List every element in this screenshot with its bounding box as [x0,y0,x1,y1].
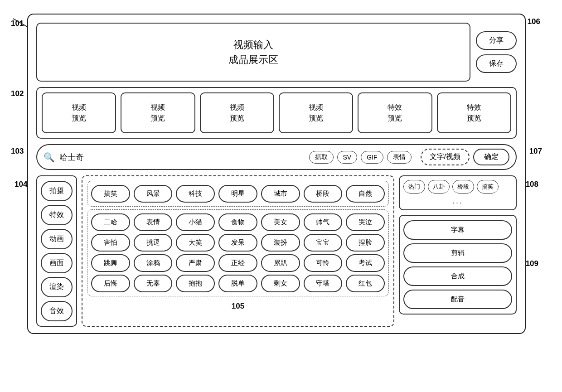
rtag-gossip[interactable]: 八卦 [428,180,450,194]
grid-row-3: 跳舞 涂鸦 严肃 正经 累趴 可怜 考试 [91,254,385,272]
tag-beauty[interactable]: 美女 [261,213,300,231]
sidebar-capture[interactable]: 拍摄 [41,181,73,201]
tag-scenery[interactable]: 风景 [134,185,173,203]
tag-graffiti[interactable]: 涂鸦 [134,254,173,272]
left-sidebar: 拍摄 特效 动画 画面 渲染 音效 [36,175,77,327]
tag-erha[interactable]: 二哈 [91,213,130,231]
tag-laugh[interactable]: 大笑 [176,234,215,252]
preview-item-4: 视频 预览 [279,92,353,133]
tag-kitten[interactable]: 小猫 [176,213,215,231]
tool-subtitle[interactable]: 字幕 [403,220,512,240]
rtag-segment[interactable]: 桥段 [452,180,474,194]
tag-guard[interactable]: 守塔 [304,275,343,292]
tag-serious[interactable]: 严肃 [176,254,215,272]
tool-dubbing[interactable]: 配音 [403,290,512,309]
preview-item-3: 视频 预览 [200,92,274,133]
tag-handsome[interactable]: 帅气 [304,213,343,231]
preview-item-6: 特效 预览 [437,92,511,133]
tag-baby[interactable]: 宝宝 [304,234,343,252]
tag-redpacket[interactable]: 红包 [346,275,385,292]
tag-segment[interactable]: 桥段 [304,185,343,203]
sidebar-sound[interactable]: 音效 [41,301,73,321]
tag-dating[interactable]: 脱单 [218,275,257,292]
bottom-section: 104 拍摄 特效 动画 画面 渲染 音效 搞笑 风景 科技 明星 城市 [36,175,517,327]
tag-sv[interactable]: SV [337,151,358,164]
tag-capture[interactable]: 抓取 [309,151,334,164]
label-102: 102 [11,89,24,98]
right-bottom-tools: 字幕 剪辑 合成 配音 [399,215,517,315]
search-query: 哈士奇 [59,152,305,163]
label-107: 107 [529,147,542,156]
grid-inner-block: 二哈 表情 小猫 食物 美女 帅气 哭泣 害怕 挑逗 大笑 发呆 装扮 [87,209,389,296]
grid-row-2: 害怕 挑逗 大笑 发呆 装扮 宝宝 捏脸 [91,234,385,252]
sidebar-scene[interactable]: 画面 [41,253,73,273]
sidebar-render[interactable]: 渲染 [41,277,73,297]
label-103: 103 [11,147,24,156]
tag-regret[interactable]: 后悔 [91,275,130,292]
preview-row: 视频 预览 视频 预览 视频 预览 视频 预览 特效 预览 特效 预览 [36,87,517,139]
preview-item-5: 特效 预览 [358,92,432,133]
tag-exam[interactable]: 考试 [346,254,385,272]
search-bar: 🔍 哈士奇 抓取 SV GIF 表情 文字/视频 确定 [36,144,517,170]
tag-scared[interactable]: 害怕 [91,234,130,252]
tag-formal[interactable]: 正经 [218,254,257,272]
label-106: 106 [528,17,540,26]
tag-gif[interactable]: GIF [361,151,383,164]
tag-star[interactable]: 明星 [218,185,257,203]
preview-item-1: 视频 预览 [42,92,116,133]
rtag-funny[interactable]: 搞笑 [477,180,499,194]
share-button[interactable]: 分享 [476,31,517,50]
share-save-area: 分享 保存 [476,23,517,82]
main-content-grid: 搞笑 风景 科技 明星 城市 桥段 自然 二哈 表情 小猫 食物 美女 [82,175,394,327]
grid-row-1: 二哈 表情 小猫 食物 美女 帅气 哭泣 [91,213,385,231]
save-button[interactable]: 保存 [476,54,517,73]
tag-food[interactable]: 食物 [218,213,257,231]
tool-compose[interactable]: 合成 [403,266,512,286]
more-dots: ... [403,196,512,206]
section-video-main: 视频输入 成品展示区 分享 保存 [36,23,517,82]
label-104: 104 [15,180,27,189]
tag-expression[interactable]: 表情 [134,213,173,231]
tag-tech[interactable]: 科技 [176,185,215,203]
search-icon: 🔍 [44,152,55,163]
tag-dress[interactable]: 装扮 [261,234,300,252]
label-105: 105 [87,302,389,311]
tag-pitiful[interactable]: 可怜 [304,254,343,272]
tag-funny[interactable]: 搞笑 [91,185,130,203]
tag-tired[interactable]: 累趴 [261,254,300,272]
sidebar-animation[interactable]: 动画 [41,229,73,249]
tool-edit[interactable]: 剪辑 [403,243,512,263]
sidebar-effects[interactable]: 特效 [41,205,73,225]
grid-row-4: 后悔 无辜 抱抱 脱单 剩女 守塔 红包 [91,275,385,292]
tag-tease[interactable]: 挑逗 [134,234,173,252]
tag-nature[interactable]: 自然 [346,185,385,203]
right-column: 108 热门 八卦 桥段 搞笑 ... 109 字幕 剪辑 合成 配音 [399,175,517,327]
grid-row-top: 搞笑 风景 科技 明星 城市 桥段 自然 [87,181,389,207]
tag-cry[interactable]: 哭泣 [346,213,385,231]
confirm-button[interactable]: 确定 [473,149,509,165]
tag-daze[interactable]: 发呆 [218,234,257,252]
right-top-tags: 热门 八卦 桥段 搞笑 ... [399,175,517,210]
search-tags: 抓取 SV GIF 表情 [309,151,412,164]
video-display-area: 视频输入 成品展示区 [36,23,470,82]
tag-pinch[interactable]: 捏脸 [346,234,385,252]
tag-hug[interactable]: 抱抱 [176,275,215,292]
label-109: 109 [526,259,538,268]
tag-emoji[interactable]: 表情 [387,151,412,164]
tag-innocent[interactable]: 无辜 [134,275,173,292]
text-video-button[interactable]: 文字/视频 [421,149,470,165]
label-108: 108 [526,180,538,189]
tag-city[interactable]: 城市 [261,185,300,203]
rtag-hot[interactable]: 热门 [403,180,425,194]
tag-leftover[interactable]: 剩女 [261,275,300,292]
tag-dance[interactable]: 跳舞 [91,254,130,272]
preview-item-2: 视频 预览 [121,92,195,133]
search-right: 文字/视频 确定 [421,149,509,165]
